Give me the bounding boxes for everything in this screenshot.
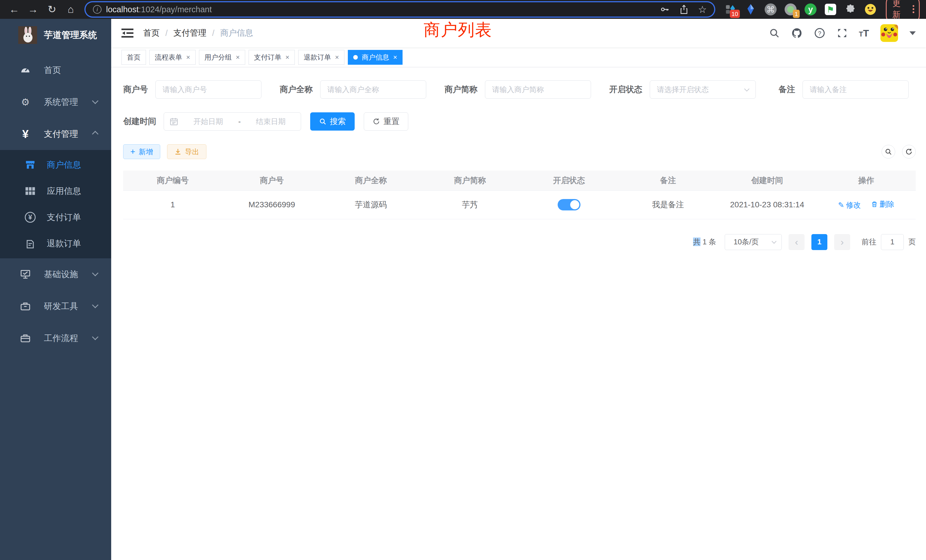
status-select[interactable]: 请选择开启状态 <box>650 80 756 98</box>
sidebar-item-pay-order[interactable]: ¥ 支付订单 <box>0 204 111 230</box>
status-toggle[interactable] <box>558 199 581 210</box>
close-icon[interactable]: × <box>393 53 397 61</box>
close-icon[interactable]: × <box>335 53 339 61</box>
font-size-icon[interactable]: TT <box>859 28 869 39</box>
prev-page-button[interactable]: ‹ <box>788 234 805 250</box>
full-name-input[interactable] <box>320 80 426 98</box>
remark-input[interactable] <box>803 80 909 98</box>
sidebar-item-refund-order[interactable]: 退款订单 <box>0 230 111 257</box>
col-merchant-id: 商户编号 <box>123 171 222 191</box>
page-size-select[interactable]: 10条/页 <box>725 234 782 250</box>
tab-process-form[interactable]: 流程表单 × <box>150 50 195 65</box>
password-key-icon[interactable] <box>660 5 670 14</box>
tab-pay-order[interactable]: 支付订单 × <box>249 50 295 65</box>
create-time-range-picker[interactable]: 开始日期 - 结束日期 <box>163 112 301 130</box>
close-icon[interactable]: × <box>236 53 240 61</box>
avatar-caret-icon[interactable] <box>909 31 916 35</box>
toggle-search-button[interactable] <box>882 145 895 159</box>
sidebar-item-payment[interactable]: ¥ 支付管理 <box>0 118 111 150</box>
tab-home[interactable]: 首页 <box>121 50 146 65</box>
page-info-icon[interactable]: i <box>93 5 101 14</box>
extension-command-icon[interactable]: ⌘ <box>764 3 777 16</box>
extension-kite-icon[interactable] <box>744 3 757 16</box>
extension-emoji-icon[interactable] <box>864 3 877 16</box>
edit-link[interactable]: ✎ 修改 <box>838 200 861 210</box>
reload-icon[interactable]: ↻ <box>44 2 60 17</box>
goto-page-input[interactable] <box>881 234 904 250</box>
short-name-input[interactable] <box>485 80 591 98</box>
avatar[interactable] <box>881 24 898 42</box>
help-icon[interactable]: ? <box>814 27 825 39</box>
add-button-label: 新增 <box>139 147 153 157</box>
next-page-button[interactable]: › <box>834 234 850 250</box>
app-logo <box>18 26 37 44</box>
sidebar-item-infra[interactable]: 基础设施 <box>0 258 111 290</box>
chevron-down-icon <box>92 97 98 104</box>
full-name-label: 商户全称 <box>280 84 313 95</box>
grid-icon <box>22 187 38 195</box>
merchant-no-input[interactable] <box>155 80 262 98</box>
remark-label: 备注 <box>779 84 795 95</box>
home-icon[interactable]: ⌂ <box>63 2 79 17</box>
page-content: 商户号 商户全称 商户简称 开启状态 请选择开启状态 <box>111 67 926 560</box>
bookmark-star-icon[interactable]: ☆ <box>698 4 707 15</box>
sidebar-item-merchant-info[interactable]: 商户信息 <box>0 152 111 178</box>
tab-merchant-info[interactable]: 商户信息 × <box>348 50 402 65</box>
close-icon[interactable]: × <box>186 53 190 61</box>
sidebar-item-label: 支付管理 <box>44 128 78 140</box>
short-name-label: 商户简称 <box>445 84 478 95</box>
gear-icon: ⚙ <box>19 96 32 108</box>
github-icon[interactable] <box>791 27 803 39</box>
extension-puzzle-icon[interactable] <box>844 3 857 16</box>
refresh-button[interactable] <box>902 145 916 159</box>
chrome-menu-icon[interactable] <box>912 5 914 13</box>
sidebar-item-app-info[interactable]: 应用信息 <box>0 178 111 204</box>
status-placeholder: 请选择开启状态 <box>657 85 709 95</box>
screen: ← → ↻ ⌂ i localhost:1024/pay/merchant <box>0 0 926 560</box>
share-icon[interactable] <box>679 5 688 14</box>
col-status: 开启状态 <box>519 171 619 191</box>
tab-refund-order[interactable]: 退款订单 × <box>298 50 344 65</box>
dashboard-icon <box>19 65 32 76</box>
search-icon[interactable] <box>769 28 780 38</box>
extension-gray-circle-icon[interactable]: 1 <box>784 3 797 16</box>
reset-button-label: 重置 <box>383 116 399 127</box>
yen-icon: ¥ <box>19 128 32 141</box>
app-logo-row[interactable]: 芋道管理系统 <box>0 19 111 50</box>
sidebar-collapse-icon[interactable] <box>121 28 133 38</box>
tab-user-group[interactable]: 用户分组 × <box>199 50 245 65</box>
url-host: localhost <box>106 5 139 14</box>
breadcrumb-payment[interactable]: 支付管理 <box>173 27 206 39</box>
sidebar-item-home[interactable]: 首页 <box>0 54 111 86</box>
address-bar[interactable]: i localhost:1024/pay/merchant ☆ <box>86 2 714 17</box>
sidebar-item-label: 工作流程 <box>44 333 78 344</box>
sidebar-item-label: 支付订单 <box>47 212 81 223</box>
sidebar-item-label: 系统管理 <box>44 96 78 108</box>
sidebar-item-label: 退款订单 <box>47 238 81 250</box>
col-actions: 操作 <box>817 171 916 191</box>
page-1-button[interactable]: 1 <box>811 234 828 250</box>
extension-y-icon[interactable]: y <box>804 3 817 16</box>
fullscreen-icon[interactable] <box>837 28 847 38</box>
close-icon[interactable]: × <box>285 53 289 61</box>
col-remark: 备注 <box>619 171 718 191</box>
plus-icon: + <box>130 147 135 156</box>
sidebar-item-label: 首页 <box>44 64 61 76</box>
chevron-down-icon <box>92 302 98 308</box>
export-button[interactable]: 导出 <box>167 144 206 159</box>
sidebar-item-devtools[interactable]: 研发工具 <box>0 290 111 322</box>
sidebar-item-system[interactable]: ⚙ 系统管理 <box>0 86 111 118</box>
export-button-label: 导出 <box>185 147 199 157</box>
breadcrumb-home[interactable]: 首页 <box>143 27 160 39</box>
forward-icon[interactable]: → <box>25 2 41 17</box>
tab-label: 流程表单 <box>155 53 182 62</box>
delete-link[interactable]: 删除 <box>871 199 894 209</box>
reset-button[interactable]: 重置 <box>364 112 408 130</box>
add-button[interactable]: + 新增 <box>123 144 160 159</box>
sidebar-item-workflow[interactable]: 工作流程 <box>0 322 111 354</box>
back-icon[interactable]: ← <box>6 2 22 17</box>
extension-flag-icon[interactable]: ⚑ <box>824 3 837 16</box>
search-button[interactable]: 搜索 <box>310 112 355 130</box>
extension-tiles-icon[interactable]: 10 <box>725 3 737 16</box>
briefcase-icon <box>19 334 32 343</box>
